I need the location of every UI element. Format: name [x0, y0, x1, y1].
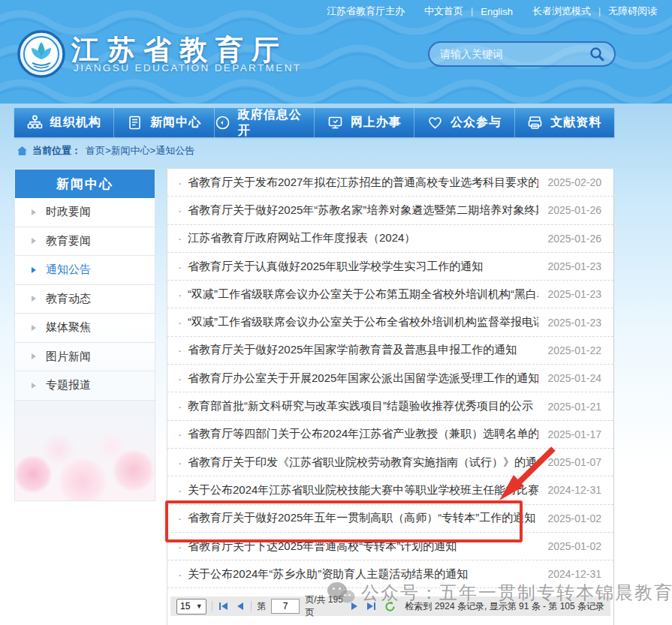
news-list-item: · 省教育厅等四部门关于公布2024年江苏省产业教授（兼职）选聘名单的通知 20… [167, 421, 613, 449]
news-list-item: · 省教育厅关于下达2025年普通高校“专转本”计划的通知 2025-01-02 [167, 533, 613, 560]
news-date: 2024-12-31 [547, 484, 601, 496]
search-button[interactable] [589, 46, 605, 62]
page-label-prefix: 第 [257, 600, 266, 613]
bullet-dot: · [178, 260, 182, 273]
nav-item-organization[interactable]: 组织机构 [14, 108, 113, 137]
news-date: 2025-01-26 [547, 233, 601, 245]
topbar: 江苏省教育厅主办 中文首页 | English 长者浏览模式 | 无障碍阅读 [0, 0, 672, 23]
news-link[interactable]: “双减”工作省级联席会议办公室关于公布第五期全省校外培训机构“黑白名单... [188, 287, 538, 302]
news-date: 2025-01-07 [547, 456, 601, 468]
news-link[interactable]: 省教育厅办公室关于开展2025年国家公派出国留学选派受理工作的通知 [188, 371, 538, 386]
news-link[interactable]: 江苏省教育厅政府网站工作年度报表（2024） [188, 231, 538, 245]
nav-item-label: 公众参与 [451, 115, 502, 131]
news-link[interactable]: 教育部首批“新文科研究与改革实践项目”结题验收推荐优秀项目的公示 [188, 399, 538, 413]
info-disclosure-icon [215, 115, 231, 131]
nav-item-news-center[interactable]: 新闻中心 [113, 108, 213, 137]
site-subtitle: JIANGSU EDUCATION DEPARTMENT [74, 62, 301, 74]
nav-item-gov-info[interactable]: 政府信息公开 [214, 108, 314, 137]
news-link[interactable]: 省教育厅关于做好2025年国家学前教育普及普惠县申报工作的通知 [188, 343, 538, 357]
home-icon [17, 146, 28, 156]
news-link[interactable]: 省教育厅关于认真做好2025年职业学校学生实习工作的通知 [188, 260, 538, 274]
breadcrumb-path[interactable]: 首页>新闻中心>通知公告 [86, 144, 194, 158]
sidebar-item-label: 教育动态 [46, 292, 91, 306]
topbar-separator: | [471, 6, 473, 17]
first-page-icon [218, 602, 228, 611]
news-list-item: · 江苏省教育厅政府网站工作年度报表（2024） 2025-01-26 [167, 225, 613, 253]
sidebar-item[interactable]: 通知公告 [15, 256, 155, 285]
bullet-dot: · [178, 540, 182, 553]
topbar-link-elder-mode[interactable]: 长者浏览模式 [532, 5, 591, 18]
bullet-dot: · [178, 344, 182, 356]
sidebar-item[interactable]: 时政要闻 [15, 198, 155, 227]
search-icon [589, 46, 605, 62]
nav-item-label: 组织机构 [50, 115, 101, 131]
org-chart-icon [27, 115, 43, 131]
news-link[interactable]: 关于公布2024年“苏乡永助”资助育人主题活动结果的通知 [188, 567, 538, 581]
archive-icon [527, 115, 543, 131]
last-page-button[interactable] [365, 602, 378, 611]
news-list-item: · “双减”工作省级联席会议办公室关于公布全省校外培训机构监督举报电话的公...… [167, 308, 613, 336]
sidebar-item[interactable]: 专题报道 [15, 371, 155, 401]
bullet-dot: · [178, 400, 182, 413]
nav-item-online-services[interactable]: 网上办事 [314, 108, 414, 137]
sidebar-item[interactable]: 图片新闻 [15, 343, 155, 372]
bullet-dot: · [178, 288, 182, 301]
sidebar-item-label: 专题报道 [46, 378, 91, 392]
news-link[interactable]: 省教育厅等四部门关于公布2024年江苏省产业教授（兼职）选聘名单的通知 [188, 427, 538, 441]
news-list-item: · 省教育厅关于做好2025年“苏教名家”培养对象遴选暨第二期培养对象终期...… [167, 197, 613, 224]
bullet-dot: · [178, 204, 182, 217]
news-date: 2025-01-23 [547, 260, 601, 272]
search-box [428, 41, 616, 67]
news-list-item: · 省教育厅办公室关于开展2025年国家公派出国留学选派受理工作的通知 2025… [167, 365, 613, 392]
triangle-marker-icon [32, 209, 36, 215]
divider [251, 601, 252, 611]
news-link[interactable]: 省教育厅关于做好2025年“苏教名家”培养对象遴选暨第二期培养对象终期... [188, 203, 538, 218]
news-list-item: · 省教育厅关于做好2025年国家学前教育普及普惠县申报工作的通知 2025-0… [167, 337, 613, 365]
news-date: 2024-12-31 [547, 568, 601, 580]
page-size-value: 15 [180, 601, 190, 611]
news-link[interactable]: 省教育厅关于做好2025年五年一贯制高职（高师）“专转本”工作的通知 [188, 511, 538, 525]
triangle-marker-icon [32, 238, 36, 244]
breadcrumb-label: 当前位置： [32, 144, 81, 158]
main-nav: 组织机构 新闻中心 政府信息公开 [14, 108, 614, 137]
topbar-link-english[interactable]: English [481, 6, 513, 17]
news-list-panel: · 省教育厅关于发布2027年拟在江苏招生的普通高校专业选考科目要求的公告 20… [167, 169, 614, 625]
page-label-suffix: 页/共 195 页 [305, 593, 343, 619]
refresh-button[interactable] [383, 601, 397, 612]
news-link[interactable]: 省教育厅关于发布2027年拟在江苏招生的普通高校专业选考科目要求的公告 [188, 176, 538, 190]
news-list-item: · 关于公布2024年江苏省职业院校技能大赛中等职业学校班主任能力比赛获奖 20… [167, 476, 613, 504]
sidebar-item[interactable]: 教育动态 [15, 285, 155, 314]
news-list-item: · 省教育厅关于认真做好2025年职业学校学生实习工作的通知 2025-01-2… [167, 253, 613, 281]
nav-item-label: 新闻中心 [150, 115, 201, 131]
sidebar-item-label: 媒体聚焦 [46, 320, 91, 335]
topbar-link-accessibility[interactable]: 无障碍阅读 [608, 5, 657, 18]
news-list-item: · 教育部首批“新文科研究与改革实践项目”结题验收推荐优秀项目的公示 2025-… [167, 392, 613, 420]
nav-item-documents[interactable]: 文献资料 [514, 108, 614, 137]
search-input[interactable] [438, 47, 589, 61]
page-number-input[interactable] [271, 599, 300, 614]
topbar-link-host[interactable]: 江苏省教育厅主办 [327, 5, 405, 18]
news-link[interactable]: 省教育厅关于下达2025年普通高校“专转本”计划的通知 [188, 539, 538, 554]
sidebar-item-label: 时政要闻 [46, 205, 91, 219]
news-link[interactable]: 省教育厅关于印发《江苏省职业院校劳动教育实施指南（试行）》的通知 [188, 455, 538, 470]
site-header: 江苏省教育厅主办 中文首页 | English 长者浏览模式 | 无障碍阅读 江… [0, 0, 672, 104]
chevron-down-icon: ▼ [196, 602, 203, 610]
news-date: 2025-01-02 [547, 512, 601, 524]
sidebar-item[interactable]: 媒体聚焦 [15, 314, 155, 343]
triangle-marker-icon [32, 267, 36, 273]
sidebar-item[interactable]: 教育要闻 [15, 227, 155, 257]
news-list-item: · 省教育厅关于做好2025年五年一贯制高职（高师）“专转本”工作的通知 202… [167, 505, 613, 533]
news-date: 2025-01-23 [547, 317, 601, 329]
sidebar-title: 新闻中心 [15, 170, 155, 198]
nav-item-public-participation[interactable]: 公众参与 [414, 108, 514, 137]
topbar-link-chinese-home[interactable]: 中文首页 [424, 5, 463, 18]
page-size-select[interactable]: 15 ▼ [176, 599, 206, 614]
news-link[interactable]: “双减”工作省级联席会议办公室关于公布全省校外培训机构监督举报电话的公... [188, 315, 538, 329]
sidebar-item-label: 图片新闻 [46, 350, 91, 364]
next-page-button[interactable] [349, 602, 360, 611]
previous-page-button[interactable] [235, 602, 246, 611]
bullet-dot: · [178, 484, 182, 497]
news-link[interactable]: 关于公布2024年江苏省职业院校技能大赛中等职业学校班主任能力比赛获奖 [188, 483, 538, 497]
news-date: 2025-01-22 [547, 344, 601, 356]
first-page-button[interactable] [217, 602, 230, 611]
